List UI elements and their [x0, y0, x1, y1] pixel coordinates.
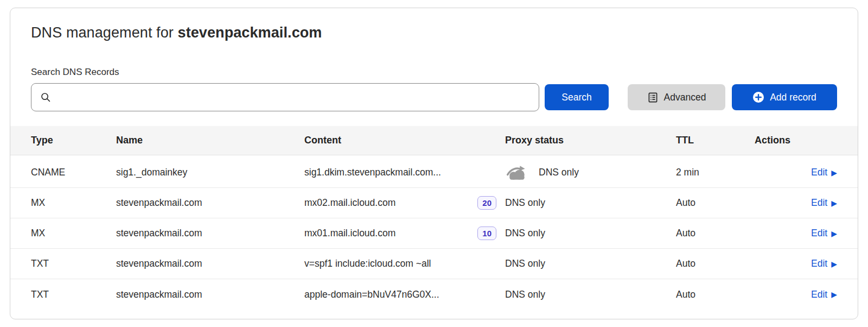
- proxy-status: DNS only: [539, 167, 579, 178]
- search-input[interactable]: [56, 84, 531, 111]
- page-title: DNS management for stevenpackmail.com: [31, 24, 837, 41]
- proxy-status: DNS only: [505, 197, 545, 209]
- edit-button[interactable]: Edit▶: [811, 167, 837, 178]
- record-name: stevenpackmail.com: [116, 289, 304, 300]
- table-row: MX stevenpackmail.com mx01.mail.icloud.c…: [10, 218, 858, 249]
- record-ttl: Auto: [676, 228, 755, 239]
- record-type: TXT: [31, 289, 116, 300]
- edit-button-label: Edit: [811, 167, 827, 178]
- proxy-status: DNS only: [505, 258, 545, 269]
- edit-arrow-icon: ▶: [831, 260, 837, 268]
- column-header-name: Name: [116, 135, 304, 146]
- record-type: CNAME: [31, 167, 116, 178]
- record-name: stevenpackmail.com: [116, 258, 304, 269]
- advanced-list-icon: [647, 92, 659, 103]
- record-content: sig1.dkim.stevenpackmail.com...: [304, 167, 441, 178]
- edit-button-label: Edit: [811, 289, 827, 300]
- record-content: v=spf1 include:icloud.com ~all: [304, 258, 431, 269]
- priority-badge: 20: [477, 196, 496, 210]
- edit-button-label: Edit: [811, 258, 827, 269]
- record-content: apple-domain=bNuV47n6G0X...: [304, 289, 439, 300]
- record-content: mx01.mail.icloud.com: [304, 228, 395, 239]
- dns-records-table: Type Name Content Proxy status TTL Actio…: [10, 126, 858, 310]
- table-row: CNAME sig1._domainkey sig1.dkim.stevenpa…: [10, 158, 858, 188]
- edit-button[interactable]: Edit▶: [811, 228, 837, 239]
- page-title-prefix: DNS management for: [31, 24, 178, 41]
- priority-badge: 10: [477, 227, 496, 240]
- edit-button-label: Edit: [811, 228, 827, 239]
- edit-arrow-icon: ▶: [831, 199, 837, 207]
- record-content: mx02.mail.icloud.com: [304, 197, 395, 209]
- table-row: TXT stevenpackmail.com v=spf1 include:ic…: [10, 249, 858, 279]
- column-header-proxy-status: Proxy status: [505, 135, 676, 146]
- dns-management-card: DNS management for stevenpackmail.com Se…: [10, 8, 858, 319]
- table-row: MX stevenpackmail.com mx02.mail.icloud.c…: [10, 188, 858, 218]
- plus-circle-icon: [752, 91, 764, 103]
- edit-button[interactable]: Edit▶: [811, 289, 837, 300]
- edit-button-label: Edit: [811, 197, 827, 209]
- table-body: CNAME sig1._domainkey sig1.dkim.stevenpa…: [10, 158, 858, 310]
- record-name: stevenpackmail.com: [116, 197, 304, 209]
- advanced-button-label: Advanced: [664, 92, 706, 103]
- record-ttl: Auto: [676, 197, 755, 209]
- toolbar: Search Advanced: [31, 83, 837, 111]
- column-header-type: Type: [31, 135, 116, 146]
- table-row: TXT stevenpackmail.com apple-domain=bNuV…: [10, 279, 858, 310]
- add-record-button-label: Add record: [770, 92, 816, 103]
- record-name: stevenpackmail.com: [116, 228, 304, 239]
- edit-arrow-icon: ▶: [831, 291, 837, 298]
- search-label: Search DNS Records: [31, 67, 837, 78]
- page-title-domain: stevenpackmail.com: [178, 24, 322, 41]
- edit-button[interactable]: Edit▶: [811, 197, 837, 209]
- proxy-status: DNS only: [505, 289, 545, 300]
- column-header-ttl: TTL: [676, 135, 755, 146]
- search-button[interactable]: Search: [545, 84, 609, 110]
- table-header-row: Type Name Content Proxy status TTL Actio…: [10, 126, 858, 155]
- record-type: TXT: [31, 258, 116, 269]
- edit-button[interactable]: Edit▶: [811, 258, 837, 269]
- column-header-actions: Actions: [755, 135, 837, 146]
- search-input-wrapper[interactable]: [31, 83, 539, 111]
- record-ttl: Auto: [676, 289, 755, 300]
- add-record-button[interactable]: Add record: [732, 84, 837, 110]
- proxy-status: DNS only: [505, 228, 545, 239]
- advanced-button[interactable]: Advanced: [628, 84, 725, 110]
- record-ttl: Auto: [676, 258, 755, 269]
- record-type: MX: [31, 228, 116, 239]
- edit-arrow-icon: ▶: [831, 169, 837, 177]
- record-name: sig1._domainkey: [116, 167, 304, 178]
- column-header-content: Content: [304, 135, 505, 146]
- record-ttl: 2 min: [676, 167, 755, 178]
- edit-arrow-icon: ▶: [831, 230, 837, 237]
- search-icon: [40, 92, 51, 103]
- record-type: MX: [31, 197, 116, 209]
- dns-only-cloud-icon: [505, 165, 529, 181]
